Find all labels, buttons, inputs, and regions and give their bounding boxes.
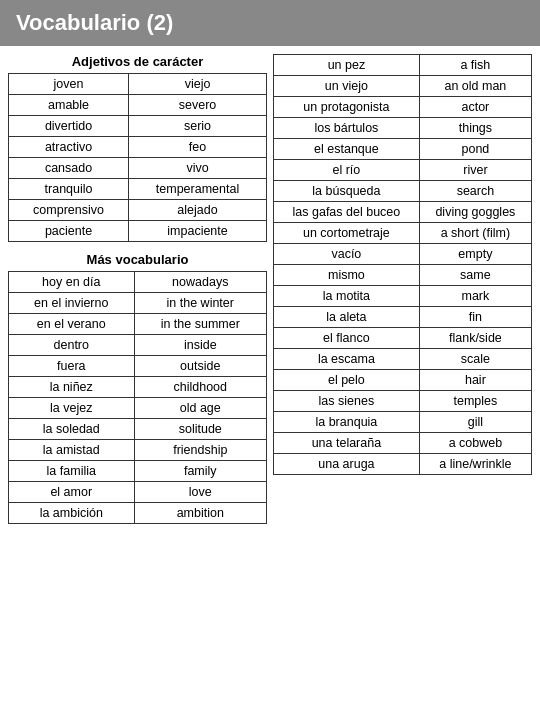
table-cell: fin (419, 307, 531, 328)
table-cell: in the winter (134, 293, 266, 314)
table-cell: impaciente (129, 221, 267, 242)
table-cell: en el verano (9, 314, 135, 335)
mas-vocabulario-heading: Más vocabulario (8, 252, 267, 267)
table-cell: actor (419, 97, 531, 118)
table-cell: la amistad (9, 440, 135, 461)
table-cell: el pelo (274, 370, 420, 391)
table-cell: same (419, 265, 531, 286)
table-cell: temperamental (129, 179, 267, 200)
table-cell: alejado (129, 200, 267, 221)
table-cell: un viejo (274, 76, 420, 97)
table-cell: la ambición (9, 503, 135, 524)
table-cell: la aleta (274, 307, 420, 328)
table-cell: nowadays (134, 272, 266, 293)
table-cell: la soledad (9, 419, 135, 440)
table-cell: gill (419, 412, 531, 433)
table-cell: paciente (9, 221, 129, 242)
table-cell: inside (134, 335, 266, 356)
table-cell: scale (419, 349, 531, 370)
table-cell: an old man (419, 76, 531, 97)
table-cell: la motita (274, 286, 420, 307)
table-cell: un pez (274, 55, 420, 76)
table-cell: family (134, 461, 266, 482)
table-cell: outside (134, 356, 266, 377)
table-cell: a cobweb (419, 433, 531, 454)
adjetivos-table: jovenviejoamableseverodivertidoserioatra… (8, 73, 267, 242)
adjetivos-heading: Adjetivos de carácter (8, 54, 267, 69)
table-cell: tranquilo (9, 179, 129, 200)
table-cell: comprensivo (9, 200, 129, 221)
table-cell: una telaraña (274, 433, 420, 454)
table-cell: in the summer (134, 314, 266, 335)
table-cell: old age (134, 398, 266, 419)
table-cell: el amor (9, 482, 135, 503)
table-cell: cansado (9, 158, 129, 179)
table-cell: a line/wrinkle (419, 454, 531, 475)
table-cell: hoy en día (9, 272, 135, 293)
table-cell: feo (129, 137, 267, 158)
table-cell: temples (419, 391, 531, 412)
table-cell: pond (419, 139, 531, 160)
table-cell: friendship (134, 440, 266, 461)
table-cell: vivo (129, 158, 267, 179)
table-cell: joven (9, 74, 129, 95)
table-cell: love (134, 482, 266, 503)
table-cell: una aruga (274, 454, 420, 475)
table-cell: amable (9, 95, 129, 116)
table-cell: serio (129, 116, 267, 137)
table-cell: en el invierno (9, 293, 135, 314)
table-cell: ambition (134, 503, 266, 524)
table-cell: search (419, 181, 531, 202)
table-cell: vacío (274, 244, 420, 265)
table-cell: hair (419, 370, 531, 391)
table-cell: la vejez (9, 398, 135, 419)
mas-vocabulario-table: hoy en díanowadaysen el inviernoin the w… (8, 271, 267, 524)
table-cell: el estanque (274, 139, 420, 160)
table-cell: empty (419, 244, 531, 265)
table-cell: la escama (274, 349, 420, 370)
table-cell: un protagonista (274, 97, 420, 118)
table-cell: solitude (134, 419, 266, 440)
table-cell: a short (film) (419, 223, 531, 244)
table-cell: things (419, 118, 531, 139)
page-title: Vocabulario (2) (0, 0, 540, 46)
table-cell: childhood (134, 377, 266, 398)
table-cell: la búsqueda (274, 181, 420, 202)
table-cell: las gafas del buceo (274, 202, 420, 223)
table-cell: viejo (129, 74, 267, 95)
table-cell: diving goggles (419, 202, 531, 223)
table-cell: severo (129, 95, 267, 116)
table-cell: dentro (9, 335, 135, 356)
table-cell: la familia (9, 461, 135, 482)
table-cell: un cortometraje (274, 223, 420, 244)
table-cell: mark (419, 286, 531, 307)
table-cell: las sienes (274, 391, 420, 412)
vocabulary-right-table: un peza fishun viejoan old manun protago… (273, 54, 532, 475)
table-cell: divertido (9, 116, 129, 137)
table-cell: flank/side (419, 328, 531, 349)
table-cell: el flanco (274, 328, 420, 349)
table-cell: river (419, 160, 531, 181)
table-cell: la niñez (9, 377, 135, 398)
table-cell: atractivo (9, 137, 129, 158)
table-cell: el río (274, 160, 420, 181)
table-cell: los bártulos (274, 118, 420, 139)
table-cell: mismo (274, 265, 420, 286)
table-cell: la branquia (274, 412, 420, 433)
table-cell: fuera (9, 356, 135, 377)
table-cell: a fish (419, 55, 531, 76)
